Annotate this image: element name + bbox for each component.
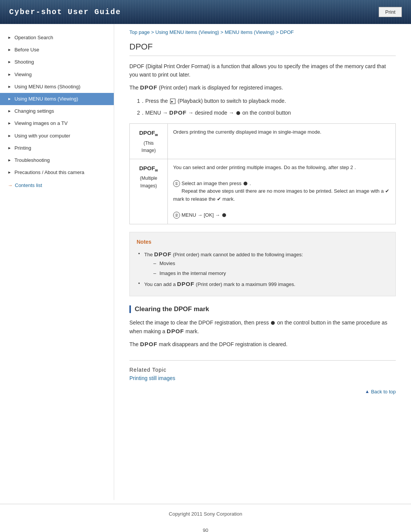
- notes-list: The DPOF (Print order) mark cannot be ad…: [137, 249, 389, 289]
- breadcrumb-using-menu[interactable]: Using MENU items (Viewing): [155, 29, 219, 35]
- arrow-icon: ►: [8, 133, 11, 139]
- notes-item-1: The DPOF (Print order) mark cannot be ad…: [138, 249, 389, 278]
- circle-bullet: [236, 111, 240, 115]
- dpof-bold-clear2: DPOF: [140, 341, 158, 347]
- arrow-icon: ►: [8, 59, 11, 65]
- table-row: DPOF✉ (MultipleImages) You can select an…: [130, 159, 396, 224]
- notes-title: Notes: [137, 238, 389, 247]
- arrow-icon: ►: [8, 72, 11, 77]
- dpof-table: DPOF✉ (ThisImage) Orders printing the cu…: [129, 123, 396, 224]
- arrow-icon: ►: [8, 121, 11, 126]
- sidebar-item-using-menu-shooting[interactable]: ► Using MENU items (Shooting): [0, 81, 114, 93]
- arrow-icon: ►: [8, 84, 11, 89]
- arrow-icon: ►: [8, 170, 11, 175]
- bullet-circle-1: [244, 182, 247, 185]
- breadcrumb-top[interactable]: Top page: [129, 29, 150, 35]
- related-topic-link[interactable]: Printing still images: [129, 375, 175, 381]
- table-cell-label-single: DPOF✉ (ThisImage): [130, 124, 168, 159]
- arrow-icon: ►: [8, 109, 11, 114]
- back-to-top-row: ▲ Back to top: [129, 381, 396, 398]
- intro-paragraph2: The DPOF (Print order) mark is displayed…: [129, 83, 396, 92]
- circle-num-1: ①: [173, 180, 180, 187]
- table-row: DPOF✉ (ThisImage) Orders printing the cu…: [130, 124, 396, 159]
- dpof-bold-clear: DPOF: [167, 328, 184, 334]
- page-title: DPOF: [129, 42, 396, 56]
- page-number: 90: [0, 524, 411, 532]
- steps-list: 1．Press the (Playback) button to switch …: [137, 97, 396, 117]
- copyright-text: Copyright 2011 Sony Corporation: [169, 511, 242, 517]
- related-topic: Related Topic Printing still images: [129, 360, 396, 381]
- sidebar-item-computer[interactable]: ► Using with your computer: [0, 130, 114, 142]
- notes-box: Notes The DPOF (Print order) mark cannot…: [129, 232, 396, 296]
- playback-icon: [170, 99, 175, 104]
- back-to-top-link[interactable]: ▲ Back to top: [365, 389, 396, 395]
- arrow-icon: ►: [8, 145, 11, 151]
- arrow-icon: ►: [8, 96, 11, 102]
- dpof-bold-note1: DPOF: [154, 251, 172, 257]
- clearing-text1: Select the image to clear the DPOF regis…: [129, 318, 396, 336]
- sidebar-item-before-use[interactable]: ► Before Use: [0, 44, 114, 56]
- notes-item-2: You can add a DPOF (Print order) mark to…: [138, 279, 389, 289]
- sidebar: ► Operation Search ► Before Use ► Shooti…: [0, 24, 114, 500]
- dpof-word: DPOF: [140, 84, 158, 91]
- footer: Copyright 2011 Sony Corporation: [0, 504, 411, 524]
- sidebar-item-precautions[interactable]: ► Precautions / About this camera: [0, 166, 114, 179]
- bullet-circle-2: [222, 213, 226, 217]
- sidebar-item-viewing-tv[interactable]: ► Viewing images on a TV: [0, 117, 114, 129]
- arrow-right-icon: →: [8, 182, 13, 188]
- main-content: Top page > Using MENU items (Viewing) > …: [114, 24, 411, 500]
- notes-subitem-memory: Images in the internal memory: [153, 269, 389, 278]
- notes-sublist: Movies Images in the internal memory: [152, 259, 389, 278]
- contents-list-link[interactable]: → Contents list: [0, 179, 114, 191]
- circle-num-2: ②: [173, 212, 180, 219]
- arrow-icon: ►: [8, 35, 11, 40]
- dpof-icon-single: DPOF✉: [135, 128, 162, 138]
- dpof-word-step2: DPOF: [169, 109, 187, 116]
- step-2: 2．MENU → DPOF → desired mode → on the co…: [137, 108, 396, 117]
- table-cell-desc-multiple: You can select and order printing multip…: [168, 159, 396, 224]
- bullet-circle-clear: [271, 321, 275, 325]
- dpof-bold-note2: DPOF: [177, 281, 194, 287]
- sidebar-item-operation-search[interactable]: ► Operation Search: [0, 32, 114, 44]
- notes-subitem-movies: Movies: [153, 259, 389, 268]
- breadcrumb-menu-items[interactable]: MENU items (Viewing): [225, 29, 275, 35]
- related-topic-title: Related Topic: [129, 367, 396, 373]
- sidebar-item-printing[interactable]: ► Printing: [0, 142, 114, 154]
- intro-paragraph: DPOF (Digital Print Order Format) is a f…: [129, 62, 396, 79]
- app-title: Cyber-shot User Guide: [9, 8, 121, 16]
- breadcrumb: Top page > Using MENU items (Viewing) > …: [129, 24, 396, 42]
- header: Cyber-shot User Guide Print: [0, 0, 411, 24]
- table-cell-desc-single: Orders printing the currently displayed …: [168, 124, 396, 159]
- arrow-icon: ►: [8, 47, 11, 53]
- back-to-top-arrow-icon: ▲: [365, 389, 370, 394]
- table-label-multiple: (MultipleImages): [140, 176, 157, 188]
- sidebar-item-viewing[interactable]: ► Viewing: [0, 69, 114, 81]
- dpof-icon-multiple: DPOF✉: [135, 164, 162, 173]
- sidebar-item-changing-settings[interactable]: ► Changing settings: [0, 105, 114, 117]
- sidebar-item-using-menu-viewing[interactable]: ► Using MENU items (Viewing): [0, 93, 114, 105]
- clearing-heading: Clearing the DPOF mark: [129, 305, 396, 313]
- table-label-single: (ThisImage): [142, 141, 156, 153]
- sidebar-item-shooting[interactable]: ► Shooting: [0, 56, 114, 68]
- sidebar-item-troubleshooting[interactable]: ► Troubleshooting: [0, 154, 114, 166]
- arrow-icon: ►: [8, 158, 11, 163]
- print-button[interactable]: Print: [379, 7, 402, 17]
- table-cell-label-multiple: DPOF✉ (MultipleImages): [130, 159, 168, 224]
- breadcrumb-current: DPOF: [280, 29, 294, 35]
- page-layout: ► Operation Search ► Before Use ► Shooti…: [0, 24, 411, 500]
- step-1: 1．Press the (Playback) button to switch …: [137, 97, 396, 105]
- clearing-text2: The DPOF mark disappears and the DPOF re…: [129, 340, 396, 349]
